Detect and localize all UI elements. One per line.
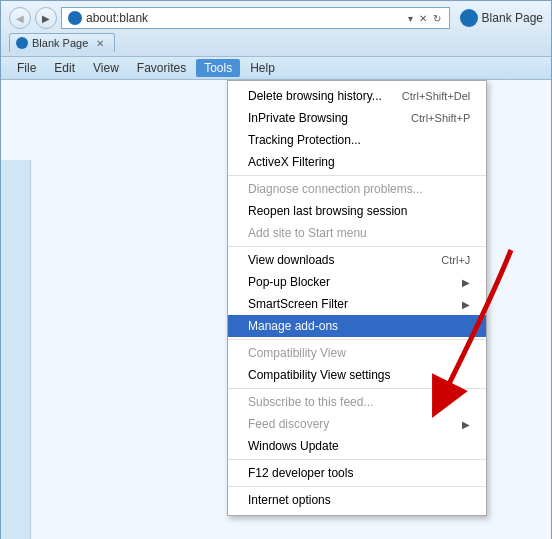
menu-section-7: Internet options — [228, 487, 486, 513]
tab-favicon — [16, 37, 28, 49]
arrow-icon: ▶ — [462, 419, 470, 430]
browser-tab[interactable]: Blank Page ✕ — [9, 33, 115, 52]
menu-inprivate[interactable]: InPrivate Browsing Ctrl+Shift+P — [228, 107, 486, 129]
menu-tracking[interactable]: Tracking Protection... — [228, 129, 486, 151]
ie-favicon — [68, 11, 82, 25]
menu-section-4: Compatibility View Compatibility View se… — [228, 340, 486, 389]
menu-add-start: Add site to Start menu — [228, 222, 486, 244]
menu-popup-blocker[interactable]: Pop-up Blocker ▶ — [228, 271, 486, 293]
menu-reopen[interactable]: Reopen last browsing session — [228, 200, 486, 222]
tab-close-icon[interactable]: ✕ — [96, 38, 104, 49]
tab-title: Blank Page — [482, 11, 543, 25]
menu-compat-view: Compatibility View — [228, 342, 486, 364]
tab-bar: Blank Page ✕ — [9, 33, 543, 52]
menu-section-5: Subscribe to this feed... Feed discovery… — [228, 389, 486, 460]
address-icons: ▾ ✕ ↻ — [406, 12, 443, 25]
menu-section-6: F12 developer tools — [228, 460, 486, 487]
menu-help[interactable]: Help — [242, 59, 283, 77]
toolbar-area: ◀ ▶ about:blank ▾ ✕ ↻ Blank Page Blank P… — [1, 1, 551, 57]
menu-bar: File Edit View Favorites Tools Help — [1, 57, 551, 80]
dropdown-arrow-icon[interactable]: ▾ — [406, 12, 415, 25]
menu-edit[interactable]: Edit — [46, 59, 83, 77]
menu-favorites[interactable]: Favorites — [129, 59, 194, 77]
menu-subscribe-feed: Subscribe to this feed... — [228, 391, 486, 413]
menu-f12-tools[interactable]: F12 developer tools — [228, 462, 486, 484]
side-panel — [1, 160, 31, 539]
address-bar[interactable]: about:blank ▾ ✕ ↻ — [61, 7, 450, 29]
menu-view-downloads[interactable]: View downloads Ctrl+J — [228, 249, 486, 271]
ie-logo — [460, 9, 478, 27]
tools-dropdown: Delete browsing history... Ctrl+Shift+De… — [227, 80, 487, 516]
menu-view[interactable]: View — [85, 59, 127, 77]
address-text: about:blank — [86, 11, 402, 25]
menu-file[interactable]: File — [9, 59, 44, 77]
arrow-icon: ▶ — [462, 299, 470, 310]
forward-button[interactable]: ▶ — [35, 7, 57, 29]
menu-delete-history[interactable]: Delete browsing history... Ctrl+Shift+De… — [228, 85, 486, 107]
menu-manage-addons[interactable]: Manage add-ons — [228, 315, 486, 337]
menu-section-1: Delete browsing history... Ctrl+Shift+De… — [228, 83, 486, 176]
refresh-icon[interactable]: ✕ — [417, 12, 429, 25]
menu-compat-settings[interactable]: Compatibility View settings — [228, 364, 486, 386]
arrow-icon: ▶ — [462, 277, 470, 288]
menu-windows-update[interactable]: Windows Update — [228, 435, 486, 457]
menu-section-2: Diagnose connection problems... Reopen l… — [228, 176, 486, 247]
back-button[interactable]: ◀ — [9, 7, 31, 29]
menu-activex[interactable]: ActiveX Filtering — [228, 151, 486, 173]
content-area: Delete browsing history... Ctrl+Shift+De… — [1, 80, 551, 539]
menu-internet-options[interactable]: Internet options — [228, 489, 486, 511]
menu-diagnose: Diagnose connection problems... — [228, 178, 486, 200]
nav-bar: ◀ ▶ about:blank ▾ ✕ ↻ Blank Page — [9, 7, 543, 29]
menu-section-3: View downloads Ctrl+J Pop-up Blocker ▶ S… — [228, 247, 486, 340]
menu-feed-discovery: Feed discovery ▶ — [228, 413, 486, 435]
menu-smartscreen[interactable]: SmartScreen Filter ▶ — [228, 293, 486, 315]
menu-tools[interactable]: Tools — [196, 59, 240, 77]
browser-frame: ◀ ▶ about:blank ▾ ✕ ↻ Blank Page Blank P… — [0, 0, 552, 539]
stop-icon[interactable]: ↻ — [431, 12, 443, 25]
tab-label: Blank Page — [32, 37, 88, 49]
